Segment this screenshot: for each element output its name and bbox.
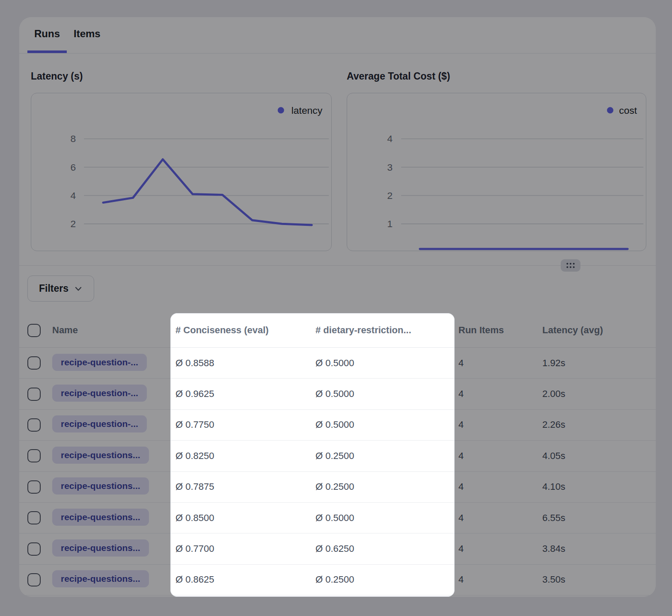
latency-chart-block: Latency (s) 8642latency: [31, 71, 332, 251]
tab-items[interactable]: Items: [67, 17, 107, 53]
run-items-cell: 4: [458, 358, 542, 369]
run-items-cell: 4: [458, 450, 542, 462]
select-all-checkbox[interactable]: [27, 324, 41, 337]
dietary-restriction-cell: Ø 0.6250: [315, 543, 458, 554]
conciseness-cell: Ø 0.8500: [175, 512, 315, 524]
dietary-restriction-cell: Ø 0.5000: [315, 419, 458, 430]
row-checkbox[interactable]: [27, 449, 41, 462]
drag-handle[interactable]: [561, 259, 580, 272]
cost-chart-title: Average Total Cost ($): [347, 71, 646, 82]
run-items-cell: 4: [458, 481, 542, 492]
conciseness-cell: Ø 0.7875: [175, 481, 315, 492]
table-row[interactable]: recipe-questions... Ø 0.8500 Ø 0.5000 4 …: [19, 503, 656, 533]
chevron-down-icon: [74, 284, 83, 293]
svg-text:2: 2: [71, 218, 76, 229]
latency-chart-title: Latency (s): [31, 71, 332, 82]
column-header-latency-avg[interactable]: Latency (avg): [542, 325, 656, 336]
charts-section: Latency (s) 8642latency Average Total Co…: [19, 53, 656, 251]
run-items-cell: 4: [458, 419, 542, 430]
filters-button[interactable]: Filters: [27, 275, 94, 302]
latency-chart-svg: 8642latency: [31, 93, 331, 251]
table-row[interactable]: recipe-question-... Ø 0.7750 Ø 0.5000 4 …: [19, 410, 656, 441]
section-divider: [19, 265, 656, 266]
conciseness-cell: Ø 0.8625: [175, 574, 315, 585]
run-name-pill[interactable]: recipe-question-...: [52, 385, 147, 402]
latency-avg-cell: 6.55s: [542, 512, 656, 524]
row-checkbox[interactable]: [27, 573, 41, 586]
row-checkbox[interactable]: [27, 480, 41, 494]
row-checkbox[interactable]: [27, 356, 41, 370]
dietary-restriction-cell: Ø 0.5000: [315, 388, 458, 400]
run-name-pill[interactable]: recipe-questions...: [52, 447, 149, 464]
table-row[interactable]: recipe-questions... Ø 0.7700 Ø 0.6250 4 …: [19, 533, 656, 564]
run-name-pill[interactable]: recipe-questions...: [52, 539, 149, 557]
run-name-pill[interactable]: recipe-question-...: [52, 415, 147, 432]
latency-avg-cell: 1.92s: [542, 358, 656, 369]
row-checkbox[interactable]: [27, 511, 41, 524]
legend-cost-label: cost: [619, 105, 637, 116]
row-checkbox[interactable]: [27, 418, 41, 432]
run-items-cell: 4: [458, 574, 542, 585]
cost-chart-svg: 4321cost: [347, 93, 646, 251]
conciseness-cell: Ø 0.8588: [175, 358, 315, 369]
filters-button-label: Filters: [39, 283, 68, 294]
conciseness-cell: Ø 0.7750: [175, 419, 315, 430]
dietary-restriction-cell: Ø 0.5000: [315, 512, 458, 524]
latency-avg-cell: 3.50s: [542, 574, 656, 585]
dietary-restriction-cell: Ø 0.2500: [315, 481, 458, 492]
latency-avg-cell: 4.05s: [542, 450, 656, 462]
dietary-restriction-cell: Ø 0.5000: [315, 358, 458, 369]
svg-text:6: 6: [71, 162, 76, 173]
latency-chart: 8642latency: [31, 93, 332, 251]
latency-avg-cell: 3.84s: [542, 543, 656, 554]
conciseness-cell: Ø 0.7700: [175, 543, 315, 554]
run-items-cell: 4: [458, 388, 542, 400]
svg-text:3: 3: [387, 162, 393, 173]
runs-panel: Runs Items Latency (s) 8642latency Avera…: [19, 17, 656, 597]
dietary-restriction-cell: Ø 0.2500: [315, 450, 458, 462]
tab-bar: Runs Items: [19, 17, 656, 53]
run-items-cell: 4: [458, 543, 542, 554]
svg-text:4: 4: [387, 133, 393, 144]
legend-latency-label: latency: [291, 105, 323, 116]
run-name-pill[interactable]: recipe-question-...: [52, 354, 147, 371]
dietary-restriction-cell: Ø 0.2500: [315, 574, 458, 585]
svg-text:2: 2: [387, 190, 393, 201]
drag-handle-icon: [566, 262, 575, 269]
page-background: Runs Items Latency (s) 8642latency Avera…: [0, 0, 672, 616]
legend-cost-dot: [607, 107, 613, 113]
column-header-name[interactable]: Name: [52, 325, 175, 336]
tab-runs[interactable]: Runs: [27, 17, 67, 53]
table-row[interactable]: recipe-questions... Ø 0.8625 Ø 0.2500 4 …: [19, 565, 656, 595]
column-header-dietary-restriction[interactable]: # dietary-restriction...: [315, 325, 458, 336]
svg-text:1: 1: [387, 218, 393, 229]
run-name-pill[interactable]: recipe-questions...: [52, 509, 149, 526]
run-items-cell: 4: [458, 512, 542, 524]
conciseness-cell: Ø 0.8250: [175, 450, 315, 462]
table-row[interactable]: recipe-question-... Ø 0.9625 Ø 0.5000 4 …: [19, 379, 656, 409]
table-row[interactable]: recipe-questions... Ø 0.7875 Ø 0.2500 4 …: [19, 472, 656, 503]
run-name-pill[interactable]: recipe-questions...: [52, 477, 149, 495]
svg-text:4: 4: [71, 190, 76, 201]
table-header-row: Name # Conciseness (eval) # dietary-rest…: [19, 313, 656, 348]
table-body: recipe-question-... Ø 0.8588 Ø 0.5000 4 …: [19, 348, 656, 595]
latency-avg-cell: 4.10s: [542, 481, 656, 492]
conciseness-cell: Ø 0.9625: [175, 388, 315, 400]
legend-latency-dot: [278, 107, 284, 113]
latency-avg-cell: 2.26s: [542, 419, 656, 430]
row-checkbox[interactable]: [27, 542, 41, 556]
runs-table: Name # Conciseness (eval) # dietary-rest…: [19, 313, 656, 595]
table-row[interactable]: recipe-question-... Ø 0.8588 Ø 0.5000 4 …: [19, 348, 656, 379]
cost-chart-block: Average Total Cost ($) 4321cost: [347, 71, 646, 251]
svg-text:8: 8: [71, 133, 76, 144]
table-row[interactable]: recipe-questions... Ø 0.8250 Ø 0.2500 4 …: [19, 441, 656, 471]
column-header-conciseness[interactable]: # Conciseness (eval): [175, 325, 315, 336]
row-checkbox[interactable]: [27, 388, 41, 401]
cost-chart: 4321cost: [347, 93, 646, 251]
column-header-run-items[interactable]: Run Items: [458, 325, 542, 336]
latency-avg-cell: 2.00s: [542, 388, 656, 400]
run-name-pill[interactable]: recipe-questions...: [52, 570, 149, 587]
